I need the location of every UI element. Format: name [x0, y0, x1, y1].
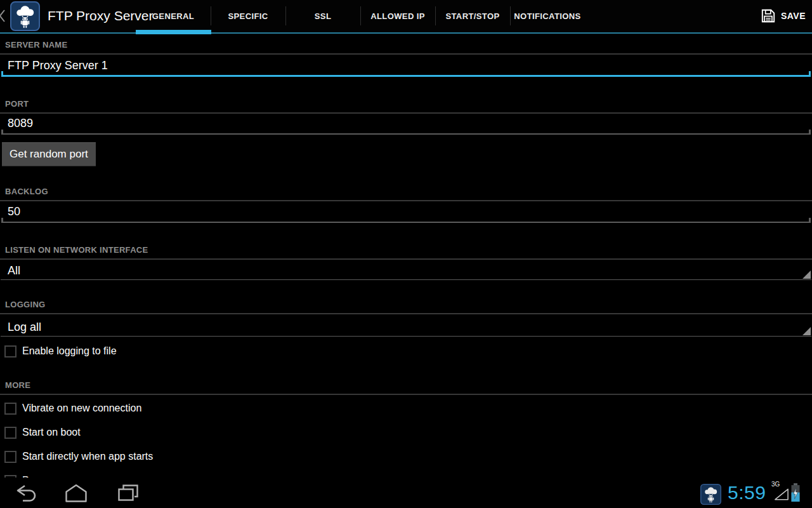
recents-button[interactable]: [113, 478, 143, 508]
interface-spinner[interactable]: All: [0, 260, 812, 280]
section-header-logging: LOGGING: [0, 295, 812, 314]
home-button[interactable]: [61, 478, 91, 508]
network-type-label: 3G: [771, 481, 780, 488]
edittext-underline: [1, 222, 811, 223]
active-tab-underline: [136, 30, 211, 34]
cell-signal-indicator[interactable]: 3G: [771, 481, 790, 505]
get-random-port-button[interactable]: Get random port: [2, 142, 96, 166]
up-navigation-chevron-icon[interactable]: [0, 8, 5, 23]
checkbox-unchecked-icon[interactable]: [4, 403, 16, 415]
start-on-boot-checkbox-row[interactable]: Start on boot: [4, 425, 81, 440]
back-icon: [15, 483, 39, 502]
backlog-field[interactable]: [0, 203, 812, 223]
backlog-input[interactable]: [0, 203, 812, 223]
status-clock[interactable]: 5:59: [728, 478, 766, 508]
port-input[interactable]: [0, 115, 812, 135]
signal-triangle-icon: [773, 488, 789, 501]
vibrate-on-new-connection-checkbox-row[interactable]: Vibrate on new connection: [4, 401, 141, 416]
recents-icon: [117, 483, 140, 502]
battery-charging-icon[interactable]: [790, 483, 801, 502]
edittext-underline-focused: [1, 75, 811, 77]
server-name-field[interactable]: [0, 57, 812, 77]
ftp-proxy-notification-icon[interactable]: [700, 484, 721, 505]
floppy-disk-icon: [760, 8, 776, 24]
checkbox-unchecked-icon[interactable]: [4, 345, 16, 358]
tab-bar: GENERAL SPECIFIC SSL ALLOWED IP START/ST…: [136, 0, 585, 32]
port-field[interactable]: [0, 115, 812, 135]
checkbox-unchecked-icon[interactable]: [4, 451, 16, 463]
save-button-label: SAVE: [781, 11, 806, 21]
home-icon: [64, 483, 88, 502]
system-navigation-bar: 5:59 3G: [0, 478, 812, 508]
spinner-underline: [1, 279, 811, 280]
enable-logging-to-file-checkbox-row[interactable]: Enable logging to file: [4, 344, 117, 359]
action-bar: FTP Proxy Server GENERAL SPECIFIC SSL AL…: [0, 0, 812, 32]
tab-ssl[interactable]: SSL: [285, 0, 360, 32]
start-directly-checkbox-row[interactable]: Start directly when app starts: [4, 449, 153, 464]
tab-specific[interactable]: SPECIFIC: [211, 0, 285, 32]
logging-spinner-value: Log all: [0, 317, 812, 334]
tab-start-stop[interactable]: START/STOP: [435, 0, 510, 32]
interface-spinner-value: All: [0, 260, 812, 277]
tab-general[interactable]: GENERAL: [136, 0, 211, 32]
checkbox-unchecked-icon[interactable]: [4, 427, 16, 439]
section-header-port: PORT: [0, 95, 812, 114]
spinner-underline: [1, 336, 811, 337]
ftp-proxy-app-icon: [10, 1, 40, 31]
tab-allowed-ip[interactable]: ALLOWED IP: [360, 0, 435, 32]
server-name-input[interactable]: [0, 57, 812, 77]
spinner-caret-icon: [802, 271, 811, 279]
section-header-more: MORE: [0, 376, 812, 395]
tab-notifications[interactable]: NOTIFICATIONS: [510, 0, 585, 32]
back-button[interactable]: [10, 478, 43, 508]
edittext-underline: [1, 133, 811, 135]
actionbar-bottom-line: [0, 32, 812, 34]
section-header-server-name: SERVER NAME: [0, 36, 812, 55]
logging-spinner[interactable]: Log all: [0, 317, 812, 337]
section-header-interface: LISTEN ON NETWORK INTERFACE: [0, 241, 812, 260]
spinner-caret-icon: [802, 327, 811, 335]
section-header-backlog: BACKLOG: [0, 182, 812, 201]
save-button[interactable]: SAVE: [754, 0, 812, 32]
